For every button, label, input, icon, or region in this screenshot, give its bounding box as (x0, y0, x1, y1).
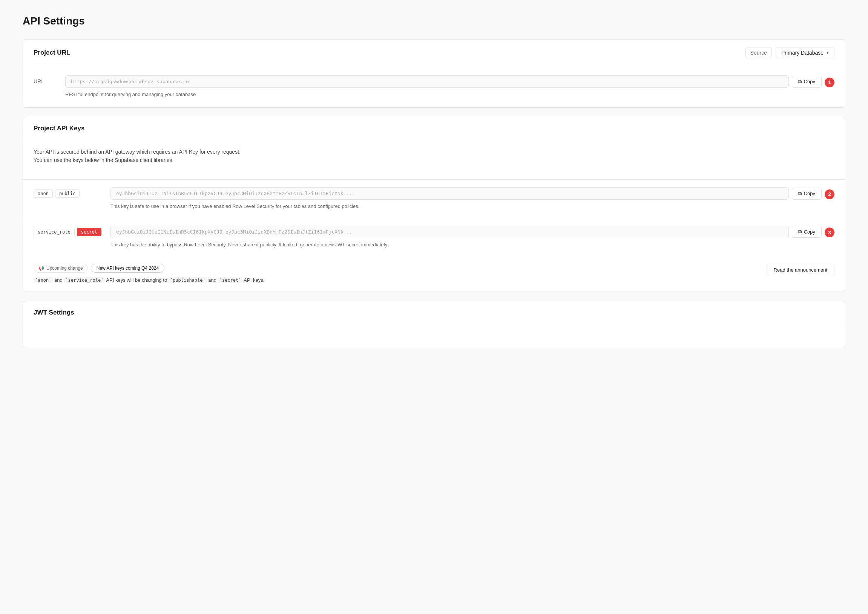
api-keys-desc-text: Your API is secured behind an API gatewa… (34, 148, 834, 164)
service-key-content: eyJhbGciOiJIUzI1NiIsInR5cCI6IkpXVCJ9.eyJ… (110, 226, 834, 249)
secret-tag: secret (77, 228, 101, 236)
anon-tag: anon (34, 189, 53, 198)
upcoming-left: 📢 Upcoming change New API keys coming Q4… (34, 264, 264, 284)
anon-tags: anon public (34, 187, 101, 198)
source-row: Source Primary Database ▾ (745, 47, 834, 58)
upcoming-change-section: 📢 Upcoming change New API keys coming Q4… (23, 256, 845, 291)
project-api-keys-card: Project API Keys Your API is secured beh… (23, 117, 845, 292)
upcoming-change-badge: 📢 Upcoming change (34, 264, 88, 273)
project-url-card: Project URL Source Primary Database ▾ UR… (23, 39, 845, 108)
new-keys-badge: New API keys coming Q4 2024 (91, 264, 164, 273)
source-label: Source (745, 47, 772, 58)
step-badge-1: 1 (824, 78, 834, 87)
service-role-tag: service_role (34, 228, 75, 236)
service-role-code: `service_role` (64, 277, 105, 283)
upcoming-badge-label: Upcoming change (47, 265, 83, 271)
anon-key-input-row: eyJhbGciOiJIUzI1NiIsInR5cCI6IkpXVCJ9.eyJ… (110, 187, 834, 200)
project-url-header: Project URL Source Primary Database ▾ (23, 40, 845, 66)
service-key-helper: This key has the ability to bypass Row L… (110, 241, 834, 249)
step-badge-3: 3 (824, 228, 834, 237)
anon-copy-label: Copy (804, 191, 815, 196)
url-input: https://acqsdqswdnwseorwbsgz.supabase.co (65, 75, 789, 88)
project-url-title: Project URL (34, 49, 70, 56)
url-content: https://acqsdqswdnwseorwbsgz.supabase.co… (65, 75, 834, 98)
page-title: API Settings (23, 15, 845, 27)
url-helper-text: RESTful endpoint for querying and managi… (65, 91, 834, 98)
copy-icon-2: ⧉ (798, 191, 802, 197)
service-copy-label: Copy (804, 229, 815, 235)
source-dropdown-label: Primary Database (781, 50, 823, 56)
chevron-down-icon: ▾ (826, 51, 829, 55)
anon-key-input: eyJhbGciOiJIUzI1NiIsInR5cCI6IkpXVCJ9.eyJ… (110, 187, 789, 200)
url-copy-button[interactable]: ⧉ Copy (792, 76, 821, 88)
jwt-settings-title: JWT Settings (34, 309, 74, 316)
source-dropdown[interactable]: Primary Database ▾ (776, 47, 834, 58)
url-row: URL https://acqsdqswdnwseorwbsgz.supabas… (23, 66, 845, 107)
public-tag: public (55, 189, 79, 198)
service-role-key-row: service_role secret eyJhbGciOiJIUzI1NiIs… (23, 218, 845, 256)
megaphone-icon: 📢 (39, 265, 44, 271)
url-label: URL (34, 75, 56, 84)
api-keys-title: Project API Keys (34, 125, 84, 132)
upcoming-text: `anon` and `service_role` API keys will … (34, 276, 264, 284)
anon-code: `anon` (34, 277, 53, 283)
url-copy-label: Copy (804, 79, 815, 84)
service-key-input-row: eyJhbGciOiJIUzI1NiIsInR5cCI6IkpXVCJ9.eyJ… (110, 226, 834, 238)
api-keys-description: Your API is secured behind an API gatewa… (23, 140, 845, 180)
jwt-settings-header: JWT Settings (23, 301, 845, 324)
url-input-row: https://acqsdqswdnwseorwbsgz.supabase.co… (65, 75, 834, 88)
anon-key-copy-button[interactable]: ⧉ Copy (792, 188, 821, 200)
anon-key-helper: This key is safe to use in a browser if … (110, 203, 834, 210)
read-announcement-button[interactable]: Read the announcement (767, 264, 834, 276)
service-key-input: eyJhbGciOiJIUzI1NiIsInR5cCI6IkpXVCJ9.eyJ… (110, 226, 789, 238)
step-badge-2: 2 (824, 189, 834, 199)
upcoming-badges: 📢 Upcoming change New API keys coming Q4… (34, 264, 264, 273)
service-tags: service_role secret (34, 226, 101, 236)
anon-key-content: eyJhbGciOiJIUzI1NiIsInR5cCI6IkpXVCJ9.eyJ… (110, 187, 834, 210)
anon-key-row: anon public eyJhbGciOiJIUzI1NiIsInR5cCI6… (23, 180, 845, 218)
publishable-code: `publishable` (168, 277, 207, 283)
copy-icon-3: ⧉ (798, 229, 802, 235)
api-keys-header: Project API Keys (23, 117, 845, 140)
jwt-settings-body (23, 324, 845, 347)
service-key-copy-button[interactable]: ⧉ Copy (792, 226, 821, 238)
jwt-settings-card: JWT Settings (23, 301, 845, 347)
secret-code: `secret` (218, 277, 243, 283)
copy-icon: ⧉ (798, 79, 802, 85)
